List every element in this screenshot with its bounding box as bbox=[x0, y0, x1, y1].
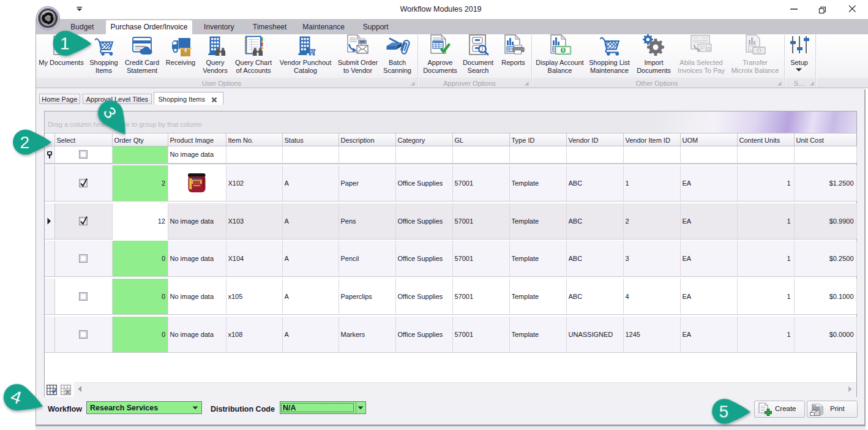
svg-text:2: 2 bbox=[20, 133, 30, 152]
svg-text:4: 4 bbox=[8, 385, 24, 408]
svg-text:$: $ bbox=[758, 48, 760, 53]
